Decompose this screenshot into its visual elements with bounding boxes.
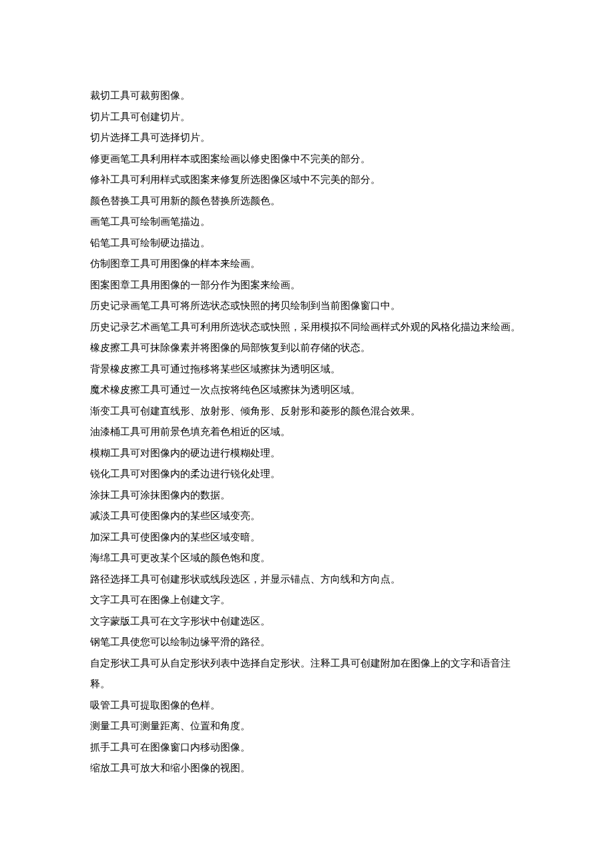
text-line: 路径选择工具可创建形状或线段选区，并显示锚点、方向线和方向点。 <box>90 569 524 590</box>
text-line: 海绵工具可更改某个区域的颜色饱和度。 <box>90 548 524 569</box>
text-line: 历史记录画笔工具可将所选状态或快照的拷贝绘制到当前图像窗口中。 <box>90 296 524 317</box>
text-line: 修更画笔工具利用样本或图案绘画以修史图像中不完美的部分。 <box>90 149 524 170</box>
text-line: 魔术橡皮擦工具可通过一次点按将纯色区域擦抹为透明区域。 <box>90 380 524 401</box>
text-line: 裁切工具可裁剪图像。 <box>90 85 524 107</box>
text-line: 涂抹工具可涂抹图像内的数据。 <box>90 485 524 506</box>
text-line: 钢笔工具使您可以绘制边缘平滑的路径。 <box>90 632 524 653</box>
text-line: 颜色替换工具可用新的颜色替换所选颜色。 <box>90 191 524 212</box>
text-line: 减淡工具可使图像内的某些区域变亮。 <box>90 506 524 527</box>
text-line: 修补工具可利用样式或图案来修复所选图像区域中不完美的部分。 <box>90 169 524 191</box>
document-content: 裁切工具可裁剪图像。 切片工具可创建切片。 切片选择工具可选择切片。 修更画笔工… <box>90 85 524 779</box>
text-line: 切片选择工具可选择切片。 <box>90 127 524 149</box>
text-line: 模糊工具可对图像内的硬边进行模糊处理。 <box>90 443 524 464</box>
text-line: 吸管工具可提取图像的色样。 <box>90 695 524 717</box>
text-line: 加深工具可使图像内的某些区域变暗。 <box>90 527 524 548</box>
text-line: 抓手工具可在图像窗口内移动图像。 <box>90 737 524 759</box>
text-line: 仿制图章工具可用图像的样本来绘画。 <box>90 254 524 275</box>
text-line: 历史记录艺术画笔工具可利用所选状态或快照，采用模拟不同绘画样式外观的风格化描边来… <box>90 317 524 338</box>
text-line: 渐变工具可创建直线形、放射形、倾角形、反射形和菱形的颜色混合效果。 <box>90 401 524 422</box>
text-line: 自定形状工具可从自定形状列表中选择自定形状。注释工具可创建附加在图像上的文字和语… <box>90 653 524 695</box>
text-line: 切片工具可创建切片。 <box>90 107 524 128</box>
text-line: 橡皮擦工具可抹除像素并将图像的局部恢复到以前存储的状态。 <box>90 338 524 359</box>
text-line: 图案图章工具用图像的一部分作为图案来绘画。 <box>90 275 524 296</box>
text-line: 文字工具可在图像上创建文字。 <box>90 590 524 611</box>
text-line: 油漆桶工具可用前景色填充着色相近的区域。 <box>90 422 524 443</box>
text-line: 测量工具可测量距离、位置和角度。 <box>90 716 524 737</box>
text-line: 锐化工具可对图像内的柔边进行锐化处理。 <box>90 464 524 485</box>
text-line: 文字蒙版工具可在文字形状中创建选区。 <box>90 611 524 632</box>
text-line: 铅笔工具可绘制硬边描边。 <box>90 233 524 254</box>
text-line: 背景橡皮擦工具可通过拖移将某些区域擦抹为透明区域。 <box>90 359 524 380</box>
text-line: 画笔工具可绘制画笔描边。 <box>90 211 524 233</box>
text-line: 缩放工具可放大和缩小图像的视图。 <box>90 758 524 779</box>
